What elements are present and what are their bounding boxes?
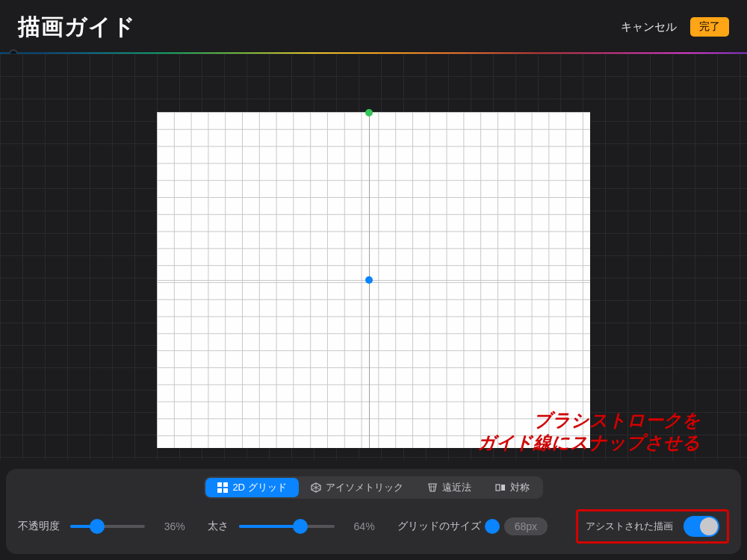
segment-perspective-label: 遠近法: [442, 481, 471, 494]
opacity-slider-group: 不透明度 36%: [18, 520, 185, 533]
thickness-slider[interactable]: [239, 525, 335, 528]
grid-size-value[interactable]: 68px: [504, 517, 548, 535]
annotation-line-1: ブラシストロークを: [477, 409, 701, 432]
segment-2d-grid[interactable]: 2D グリッド: [205, 478, 298, 497]
grid-size-label: グリッドのサイズ: [397, 520, 481, 533]
segment-isometric[interactable]: アイソメトリック: [299, 478, 415, 497]
thickness-label: 太さ: [208, 520, 229, 533]
opacity-slider[interactable]: [70, 525, 145, 528]
guide-mode-segment: 2D グリッド アイソメトリック 遠近法 対称: [204, 476, 542, 499]
svg-rect-1: [223, 482, 228, 487]
svg-rect-0: [217, 482, 222, 487]
segment-2d-grid-label: 2D グリッド: [232, 481, 286, 494]
opacity-value: 36%: [155, 520, 185, 532]
header-actions: キャンセル 完了: [621, 17, 729, 37]
thickness-slider-group: 太さ 64%: [208, 520, 375, 533]
thickness-value: 64%: [345, 520, 375, 532]
svg-rect-5: [496, 485, 500, 491]
svg-rect-6: [501, 485, 505, 491]
annotation-text: ブラシストロークを ガイド線にスナップさせる: [477, 409, 701, 454]
perspective-icon: [427, 482, 438, 493]
assisted-drawing-box: アシストされた描画: [576, 509, 729, 544]
segment-symmetry-label: 対称: [510, 481, 530, 494]
grid-handle-top[interactable]: [365, 109, 373, 116]
assisted-drawing-toggle[interactable]: [684, 516, 719, 537]
isometric-icon: [311, 482, 321, 493]
opacity-label: 不透明度: [18, 520, 60, 533]
grid-handle-center[interactable]: [365, 276, 373, 284]
grid-size-slider[interactable]: [492, 525, 494, 528]
cancel-button[interactable]: キャンセル: [621, 20, 677, 34]
canvas-axis-horizontal: [157, 280, 590, 281]
opacity-slider-knob[interactable]: [90, 519, 105, 534]
annotation-line-2: ガイド線にスナップさせる: [477, 432, 701, 454]
drawing-canvas[interactable]: [157, 112, 590, 448]
svg-rect-3: [223, 488, 228, 493]
grid-2d-icon: [217, 482, 228, 493]
assisted-drawing-toggle-knob: [700, 517, 718, 535]
grid-size-slider-knob[interactable]: [485, 519, 500, 534]
sliders-row: 不透明度 36% 太さ 64% グリッドのサイズ 68px アシストさ: [18, 509, 729, 544]
segment-isometric-label: アイソメトリック: [326, 481, 403, 494]
thickness-slider-knob[interactable]: [293, 519, 308, 534]
canvas-area: ブラシストロークを ガイド線にスナップさせる: [0, 54, 747, 460]
header-bar: 描画ガイド キャンセル 完了: [0, 0, 747, 54]
segment-perspective[interactable]: 遠近法: [415, 478, 483, 497]
page-title: 描画ガイド: [18, 12, 136, 43]
segment-symmetry[interactable]: 対称: [483, 478, 542, 497]
symmetry-icon: [495, 482, 506, 493]
grid-size-slider-group: グリッドのサイズ 68px: [397, 517, 548, 535]
done-button[interactable]: 完了: [690, 17, 729, 37]
controls-panel: 2D グリッド アイソメトリック 遠近法 対称: [6, 469, 741, 554]
guide-mode-segment-row: 2D グリッド アイソメトリック 遠近法 対称: [18, 476, 729, 499]
svg-rect-2: [217, 488, 222, 493]
thickness-slider-fill: [239, 525, 300, 528]
assisted-drawing-label: アシストされた描画: [586, 520, 673, 533]
